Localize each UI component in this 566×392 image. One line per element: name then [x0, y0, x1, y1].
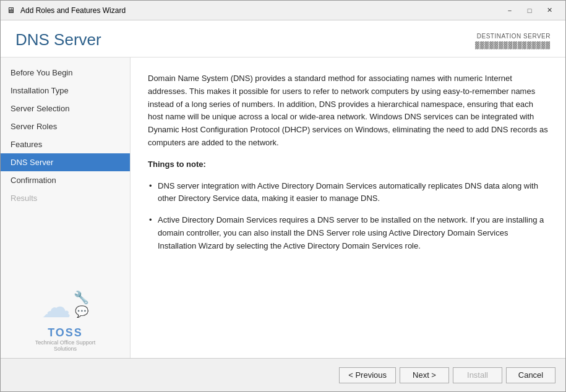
- wrench-icon: 🔧: [74, 290, 89, 305]
- toss-icon-area: ☁ 🔧 💬: [33, 289, 98, 324]
- title-bar-controls: − □ ✕: [500, 4, 559, 17]
- destination-server-name: ▓▓▓▓▓▓▓▓▓▓▓▓▓▓▓▓: [475, 41, 551, 49]
- main-content: Domain Name System (DNS) provides a stan…: [131, 58, 565, 358]
- sidebar-item-dns-server[interactable]: DNS Server: [1, 153, 130, 171]
- bullet-item-2: Active Directory Domain Services require…: [148, 214, 548, 252]
- toss-tools: 🔧 💬: [74, 295, 89, 318]
- title-bar: 🖥 Add Roles and Features Wizard − □ ✕: [1, 1, 565, 20]
- toss-sub: Technical Office Support Solutions: [33, 339, 98, 352]
- sidebar: Before You Begin Installation Type Serve…: [1, 58, 131, 358]
- cloud-icon: ☁: [41, 289, 71, 324]
- title-bar-text: Add Roles and Features Wizard: [20, 6, 126, 15]
- sidebar-item-confirmation[interactable]: Confirmation: [1, 171, 130, 189]
- header-band: DNS Server DESTINATION SERVER ▓▓▓▓▓▓▓▓▓▓…: [1, 20, 565, 58]
- toss-watermark: ☁ 🔧 💬 TOSS Technical Office Support Solu…: [33, 289, 98, 352]
- sidebar-item-results: Results: [1, 189, 130, 207]
- minimize-button[interactable]: −: [500, 4, 520, 17]
- previous-button[interactable]: < Previous: [339, 367, 396, 383]
- cancel-button[interactable]: Cancel: [506, 367, 555, 383]
- things-to-note-label: Things to note:: [148, 158, 548, 171]
- sidebar-item-server-roles[interactable]: Server Roles: [1, 117, 130, 135]
- footer: < Previous Next > Install Cancel: [1, 358, 565, 391]
- sidebar-item-installation-type[interactable]: Installation Type: [1, 82, 130, 100]
- bullet-item-1: DNS server integration with Active Direc…: [148, 180, 548, 206]
- content-area: Before You Begin Installation Type Serve…: [1, 58, 565, 358]
- sidebar-item-features[interactable]: Features: [1, 135, 130, 153]
- intro-paragraph: Domain Name System (DNS) provides a stan…: [148, 72, 548, 150]
- page-title: DNS Server: [15, 30, 101, 49]
- destination-server-label: DESTINATION SERVER: [475, 33, 551, 40]
- close-button[interactable]: ✕: [539, 4, 559, 17]
- chat-icon: 💬: [75, 305, 88, 318]
- toss-label: TOSS: [33, 326, 98, 339]
- sidebar-item-server-selection[interactable]: Server Selection: [1, 100, 130, 117]
- title-bar-left: 🖥 Add Roles and Features Wizard: [7, 6, 126, 15]
- destination-server-info: DESTINATION SERVER ▓▓▓▓▓▓▓▓▓▓▓▓▓▓▓▓: [475, 33, 551, 49]
- install-button[interactable]: Install: [453, 367, 502, 383]
- wizard-window: 🖥 Add Roles and Features Wizard − □ ✕ DN…: [0, 0, 566, 392]
- bullet-list: DNS server integration with Active Direc…: [148, 180, 548, 253]
- next-button[interactable]: Next >: [400, 367, 449, 383]
- sidebar-item-before-you-begin[interactable]: Before You Begin: [1, 64, 130, 82]
- app-icon: 🖥: [7, 6, 17, 15]
- maximize-button[interactable]: □: [520, 4, 539, 17]
